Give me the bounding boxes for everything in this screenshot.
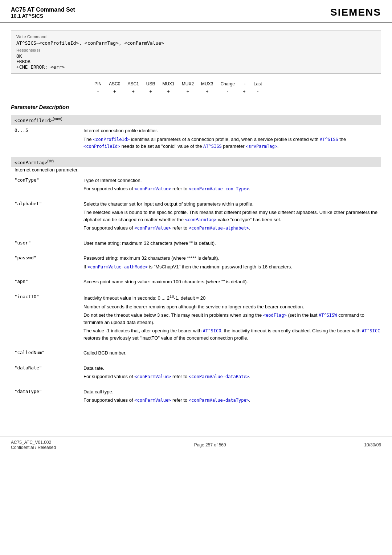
arrow-col-header: → (238, 80, 250, 88)
page-header: AC75 AT Command Set 10.1 AT^SICS SIEMENS (0, 0, 392, 23)
con-parm-value-con-type-inline: <conParmValue-con-Type> (189, 186, 249, 191)
con-parm-value-inline-1: <conParmValue> (134, 186, 171, 191)
con-profile-id-section: <conProfileId>(num) 0...5 Internet conne… (11, 115, 381, 154)
data-rate-desc: Data rate. For supported values of <conP… (83, 365, 381, 382)
alphabet-label: "alphabet" (11, 200, 83, 233)
inact-to-desc-3: Do not set the timeout value below 3 sec… (83, 312, 381, 326)
alphabet-desc-3: For supported values of <conParmValue> r… (83, 224, 381, 232)
inact-to-desc-2: Number of seconds the bearer remains ope… (83, 303, 381, 311)
mux3-col-header: MUX3 (197, 80, 217, 88)
footer-left: AC75_ATC_V01.002 Confidential / Released (11, 440, 56, 450)
pin-table: PIN ASC0 ASC1 USB MUX1 MUX2 MUX3 Charge … (91, 80, 266, 95)
footer-page-number: Page 257 of 569 (194, 442, 226, 447)
called-num-desc: Called BCD number. (83, 349, 381, 358)
con-profile-id-label: <conProfileId>(num) (15, 117, 62, 123)
user-desc-1: User name string: maximum 32 characters … (83, 240, 381, 247)
data-type-row: "dataType" Data call type. For supported… (11, 386, 381, 408)
arrow-cell: + (238, 88, 250, 95)
at-sisw-inline: AT^SISW (319, 313, 337, 318)
apn-label: "apn" (11, 278, 83, 287)
con-profile-id-value-label: 0...5 (11, 127, 83, 151)
con-parm-value-data-type-inline: <conParmValue-dataType> (189, 398, 249, 403)
usb-col-header: USB (143, 80, 159, 88)
data-rate-label: "dataRate" (11, 365, 83, 382)
asc1-cell: + (124, 88, 142, 95)
footer-date: 10/30/06 (364, 442, 381, 447)
con-parm-tag-body: Internet connection parameter. "conType"… (11, 167, 381, 408)
command-box: Write Command AT^SICS=<conProfileId>, <c… (11, 31, 381, 74)
footer-doc-id: AC75_ATC_V01.002 (11, 440, 56, 445)
pin-cell: - (91, 88, 105, 95)
inact-to-desc: Inactivity timeout value in seconds: 0 .… (83, 293, 381, 343)
con-profile-id-value-desc: Internet connection profile identifier. … (83, 127, 381, 151)
con-profile-id-header: <conProfileId>(num) (11, 115, 381, 125)
con-profile-id-inline-1: <conProfileId> (93, 137, 130, 142)
data-rate-row: "dataRate" Data rate. For supported valu… (11, 362, 381, 384)
con-parm-value-inline-4: <conParmValue> (134, 398, 171, 403)
con-profile-id-desc-1: Internet connection profile identifier. (83, 127, 381, 134)
asc0-cell: + (105, 88, 124, 95)
last-cell: - (250, 88, 266, 95)
con-profile-id-row-0-5: 0...5 Internet connection profile identi… (11, 125, 381, 154)
alphabet-desc-2: The selected value is bound to the speci… (83, 209, 381, 223)
alphabet-desc-1: Selects the character set for input and … (83, 200, 381, 208)
pin-table-header-row: PIN ASC0 ASC1 USB MUX1 MUX2 MUX3 Charge … (91, 80, 266, 88)
mux3-cell: + (197, 88, 217, 95)
response-cme-error: +CME ERROR: <err> (16, 64, 376, 70)
con-type-desc-1: Type of Internet connection. (83, 177, 381, 184)
data-rate-desc-2: For supported values of <conParmValue> r… (83, 373, 381, 380)
pin-col-header: PIN (91, 80, 105, 88)
brand-name: SIEMENS (330, 7, 381, 18)
main-content: Write Command AT^SICS=<conProfileId>, <c… (0, 23, 392, 426)
apn-row: "apn" Access point name string value: ma… (11, 276, 381, 289)
data-type-label: "dataType" (11, 388, 83, 405)
con-profile-id-inline-2: <conProfileId> (83, 144, 120, 149)
data-type-desc-1: Data call type. (83, 388, 381, 396)
pin-table-data-row: - + + + + + + - + - (91, 88, 266, 95)
inact-to-row: "inactTO" Inactivity timeout value in se… (11, 291, 381, 345)
con-parm-value-inline-3: <conParmValue> (134, 374, 171, 379)
header-title-block: AC75 AT Command Set 10.1 AT^SICS (11, 7, 75, 19)
user-row: "user" User name string: maximum 32 char… (11, 238, 381, 251)
con-profile-id-desc-2: The <conProfileId> identifies all parame… (83, 136, 381, 150)
charge-col-header: Charge (217, 80, 238, 88)
con-parm-value-auth-mode-inline: <conParmValue-authMode> (87, 264, 148, 270)
page-footer: AC75_ATC_V01.002 Confidential / Released… (0, 437, 392, 453)
mux2-col-header: MUX2 (178, 80, 197, 88)
con-type-row: "conType" Type of Internet connection. F… (11, 175, 381, 196)
asc1-col-header: ASC1 (124, 80, 142, 88)
at-sicc-inline: AT^SICC (362, 328, 380, 333)
param-description-heading: Parameter Description (11, 104, 381, 110)
response-error: ERROR (16, 59, 376, 64)
apn-desc-1: Access point name string value: maximum … (83, 278, 381, 285)
con-type-desc: Type of Internet connection. For support… (83, 177, 381, 194)
at-siss-inline-1: AT^SISS (320, 137, 338, 142)
apn-desc: Access point name string value: maximum … (83, 278, 381, 287)
con-type-desc-2: For supported values of <conParmValue> r… (83, 185, 381, 193)
mux2-cell: + (178, 88, 197, 95)
srv-parm-tag-inline: <srvParmTag> (246, 144, 277, 149)
response-ok: OK (16, 53, 376, 59)
inact-to-desc-4: The value -1 indicates that, after openi… (83, 327, 381, 341)
section-subtitle: 10.1 AT^SICS (11, 13, 75, 19)
mux1-cell: + (159, 88, 178, 95)
con-parm-tag-header: <conParmTag>(str) (11, 157, 381, 167)
con-parm-value-alphabet-inline: <conParmValue-alphabet> (189, 226, 249, 231)
con-parm-tag-inline-1: <conParmTag> (185, 217, 217, 222)
at-sico-inline: AT^SICO (203, 328, 221, 333)
con-parm-tag-label: <conParmTag>(str) (15, 159, 54, 165)
internet-connection-param-label: Internet connection parameter. (11, 167, 381, 173)
called-num-row: "calledNum" Called BCD number. (11, 347, 381, 360)
usb-cell: + (143, 88, 159, 95)
con-parm-value-inline-2: <conParmValue> (134, 226, 171, 231)
eod-flag-inline: <eodFlag> (263, 313, 287, 318)
con-parm-tag-section: <conParmTag>(str) Internet connection pa… (11, 157, 381, 408)
passwd-desc: Password string: maximum 32 characters (… (83, 255, 381, 272)
data-type-desc-2: For supported values of <conParmValue> r… (83, 397, 381, 404)
con-profile-id-body: 0...5 Internet connection profile identi… (11, 125, 381, 154)
last-col-header: Last (250, 80, 266, 88)
alphabet-desc: Selects the character set for input and … (83, 200, 381, 233)
write-command-label: Write Command (16, 35, 376, 39)
footer-confidential: Confidential / Released (11, 445, 56, 450)
called-num-label: "calledNum" (11, 349, 83, 358)
